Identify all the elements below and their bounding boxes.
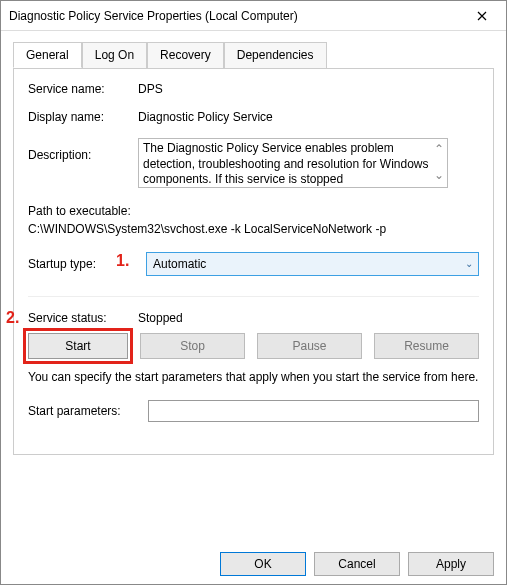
- label-display-name: Display name:: [28, 110, 138, 124]
- tab-logon[interactable]: Log On: [82, 42, 147, 68]
- label-start-parameters: Start parameters:: [28, 404, 148, 418]
- description-textbox[interactable]: The Diagnostic Policy Service enables pr…: [138, 138, 448, 188]
- tab-dependencies[interactable]: Dependencies: [224, 42, 327, 68]
- tab-recovery[interactable]: Recovery: [147, 42, 224, 68]
- label-service-name: Service name:: [28, 82, 138, 96]
- label-description: Description:: [28, 138, 138, 162]
- tab-general[interactable]: General: [13, 42, 82, 68]
- hint-text: You can specify the start parameters tha…: [28, 369, 479, 386]
- value-display-name: Diagnostic Policy Service: [138, 110, 479, 124]
- ok-button[interactable]: OK: [220, 552, 306, 576]
- chevron-up-icon[interactable]: ⌃: [434, 142, 444, 158]
- start-parameters-input[interactable]: [148, 400, 479, 422]
- startup-type-select[interactable]: Automatic ⌄: [146, 252, 479, 276]
- annotation-2: 2.: [6, 309, 19, 327]
- close-button[interactable]: [460, 2, 504, 30]
- annotation-start-highlight: Start: [23, 328, 133, 364]
- tab-strip: General Log On Recovery Dependencies: [13, 42, 494, 69]
- window-title: Diagnostic Policy Service Properties (Lo…: [9, 9, 460, 23]
- label-service-status: Service status:: [28, 311, 138, 325]
- apply-button[interactable]: Apply: [408, 552, 494, 576]
- divider: [28, 296, 479, 297]
- resume-button: Resume: [374, 333, 479, 359]
- title-bar: Diagnostic Policy Service Properties (Lo…: [1, 1, 506, 31]
- label-path: Path to executable:: [28, 202, 479, 220]
- start-button[interactable]: Start: [28, 333, 128, 359]
- tab-panel-general: Service name: DPS Display name: Diagnost…: [13, 68, 494, 455]
- stop-button: Stop: [140, 333, 245, 359]
- value-startup-type: Automatic: [153, 257, 206, 271]
- chevron-down-icon[interactable]: ⌄: [434, 168, 444, 184]
- label-startup-type: Startup type:: [28, 257, 138, 271]
- value-service-status: Stopped: [138, 311, 183, 325]
- cancel-button[interactable]: Cancel: [314, 552, 400, 576]
- value-description: The Diagnostic Policy Service enables pr…: [143, 141, 429, 186]
- value-service-name: DPS: [138, 82, 479, 96]
- value-path: C:\WINDOWS\System32\svchost.exe -k Local…: [28, 220, 479, 238]
- pause-button: Pause: [257, 333, 362, 359]
- close-icon: [477, 11, 487, 21]
- chevron-down-icon: ⌄: [465, 258, 473, 269]
- description-scrollbar[interactable]: ⌃ ⌄: [431, 139, 447, 187]
- dialog-button-row: OK Cancel Apply: [220, 552, 494, 576]
